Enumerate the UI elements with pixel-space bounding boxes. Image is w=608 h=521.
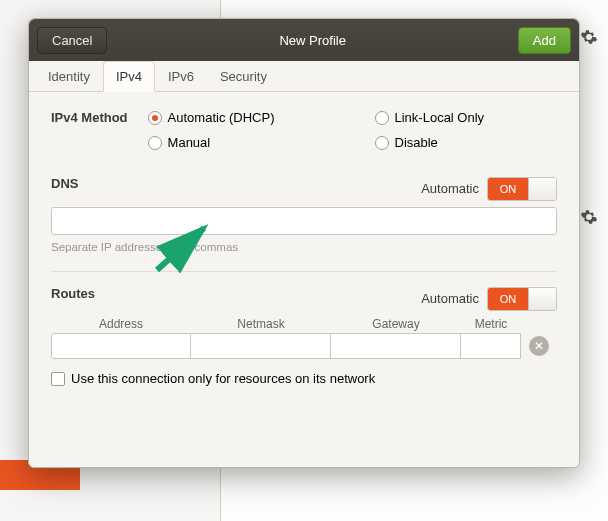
radio-label: Link-Local Only [395,110,485,125]
routes-automatic-toggle[interactable]: ON [487,287,557,311]
toggle-knob [528,178,556,200]
routes-table: Address Netmask Gateway Metric ✕ [51,317,557,359]
dns-hint: Separate IP addresses with commas [51,241,557,253]
radio-label: Disable [395,135,438,150]
routes-automatic-label: Automatic [421,291,479,306]
divider [51,271,557,272]
tab-ipv4[interactable]: IPv4 [103,61,155,92]
radio-label: Automatic (DHCP) [168,110,275,125]
toggle-on-label: ON [488,288,528,310]
toggle-on-label: ON [488,178,528,200]
add-button[interactable]: Add [518,27,571,54]
tab-identity[interactable]: Identity [35,61,103,92]
radio-label: Manual [168,135,211,150]
only-resources-checkbox[interactable] [51,372,65,386]
radio-icon [375,136,389,150]
routes-label: Routes [51,286,95,301]
routes-col-gateway: Gateway [331,317,461,333]
radio-icon [148,136,162,150]
route-delete-button[interactable]: ✕ [529,336,549,356]
route-netmask-input[interactable] [191,333,331,359]
tab-bar: Identity IPv4 IPv6 Security [29,61,579,92]
titlebar: Cancel New Profile Add [29,19,579,61]
routes-col-metric: Metric [461,317,521,333]
close-icon: ✕ [534,339,544,353]
radio-link-local-only[interactable]: Link-Local Only [375,110,485,125]
route-address-input[interactable] [51,333,191,359]
gear-icon[interactable] [580,28,598,49]
routes-col-netmask: Netmask [191,317,331,333]
route-metric-input[interactable] [461,333,521,359]
dns-automatic-toggle[interactable]: ON [487,177,557,201]
routes-col-address: Address [51,317,191,333]
gear-icon[interactable] [580,208,598,229]
dns-input[interactable] [51,207,557,235]
dns-label: DNS [51,176,78,191]
dns-automatic-label: Automatic [421,181,479,196]
radio-automatic-dhcp[interactable]: Automatic (DHCP) [148,110,275,125]
tab-ipv6[interactable]: IPv6 [155,61,207,92]
radio-icon [148,111,162,125]
radio-manual[interactable]: Manual [148,135,275,150]
toggle-knob [528,288,556,310]
route-gateway-input[interactable] [331,333,461,359]
ipv4-method-label: IPv4 Method [51,110,128,125]
radio-disable[interactable]: Disable [375,135,485,150]
dialog-body: IPv4 Method Automatic (DHCP) Manual [29,92,579,467]
new-profile-dialog: Cancel New Profile Add Identity IPv4 IPv… [28,18,580,468]
radio-icon [375,111,389,125]
only-resources-label: Use this connection only for resources o… [71,371,375,386]
cancel-button[interactable]: Cancel [37,27,107,54]
dialog-title: New Profile [107,33,517,48]
tab-security[interactable]: Security [207,61,280,92]
